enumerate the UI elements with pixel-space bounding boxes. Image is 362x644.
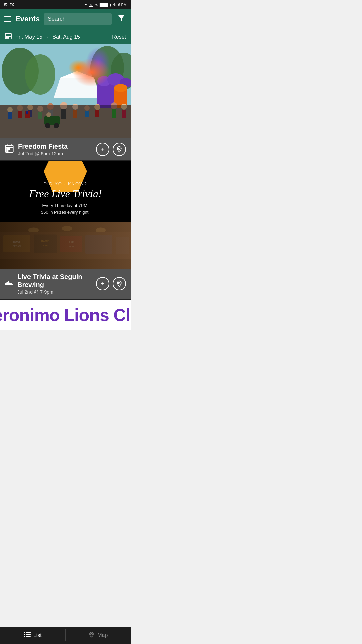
nfc-icon2: N <box>89 3 94 7</box>
event-datetime-freedom-fiesta: Jul 2nd @ 6pm-12am <box>18 151 92 156</box>
svg-rect-41 <box>95 110 99 117</box>
battery-icon: ▮ <box>109 3 111 7</box>
search-box[interactable]: Search <box>44 13 112 25</box>
svg-point-63 <box>62 226 72 231</box>
svg-marker-17 <box>60 71 94 78</box>
svg-rect-6 <box>8 36 9 37</box>
trivia-promo-top: DID YOU KNOW? Free Live Trivia! Every Th… <box>0 161 131 222</box>
event-card-live-trivia: DID YOU KNOW? Free Live Trivia! Every Th… <box>0 161 131 300</box>
event-card-freedom-fiesta: Freedom Fiesta Jul 2nd @ 6pm-12am + <box>0 44 131 161</box>
svg-point-38 <box>84 105 90 111</box>
event-card-footer-trivia: Live Trivia at Seguin Brewing Jul 2nd @ … <box>0 269 131 299</box>
event-info-live-trivia: Live Trivia at Seguin Brewing Jul 2nd @ … <box>17 273 92 295</box>
svg-rect-52 <box>0 105 131 138</box>
shoe-svg-icon <box>5 280 13 286</box>
location-button-freedom-fiesta[interactable] <box>113 143 126 156</box>
signal-icon: ▇▇▇ <box>100 3 108 7</box>
date-range: Fri, May 15 - Sat, Aug 15 <box>15 34 109 40</box>
nfc-icon: FX <box>10 3 14 7</box>
svg-rect-66 <box>3 235 30 252</box>
svg-point-60 <box>119 148 120 150</box>
status-left-icons: 🖼 FX <box>4 3 14 7</box>
svg-point-44 <box>121 104 127 110</box>
svg-point-36 <box>72 104 78 110</box>
event-calendar-icon <box>5 144 14 155</box>
svg-rect-27 <box>18 111 22 118</box>
trivia-sub-text: Every Thursday at 7PM! $60 in Prizes eve… <box>41 202 90 215</box>
svg-rect-33 <box>48 110 53 118</box>
svg-point-12 <box>25 54 55 95</box>
event-actions-freedom-fiesta: + <box>96 143 126 156</box>
svg-marker-16 <box>54 78 101 98</box>
wifi-icon: ∿ <box>95 3 98 7</box>
svg-text:PECAN: PECAN <box>13 245 21 248</box>
svg-marker-0 <box>118 15 124 21</box>
location-button-live-trivia[interactable] <box>113 277 126 290</box>
svg-rect-15 <box>0 105 131 138</box>
date-separator: - <box>46 34 48 40</box>
svg-point-24 <box>7 107 13 112</box>
event-info-freedom-fiesta: Freedom Fiesta Jul 2nd @ 6pm-12am <box>18 142 92 156</box>
event-title-freedom-fiesta: Freedom Fiesta <box>18 142 92 150</box>
svg-point-79 <box>119 282 120 284</box>
reset-button[interactable]: Reset <box>112 34 126 40</box>
svg-rect-35 <box>61 109 66 119</box>
svg-text:BAR: BAR <box>69 241 74 244</box>
svg-rect-18 <box>97 81 127 108</box>
search-placeholder: Search <box>48 16 66 22</box>
status-bar: 🖼 FX ✦ N ∿ ▇▇▇ ▮ 4:16 PM <box>0 0 131 9</box>
svg-point-48 <box>54 123 59 128</box>
svg-rect-43 <box>112 109 116 118</box>
svg-point-21 <box>120 78 131 88</box>
svg-point-49 <box>46 112 51 117</box>
svg-rect-10 <box>0 44 131 138</box>
event-title-live-trivia: Live Trivia at Seguin Brewing <box>17 273 92 289</box>
svg-rect-8 <box>6 37 7 38</box>
svg-point-14 <box>111 53 131 90</box>
status-right-icons: ✦ N ∿ ▇▇▇ ▮ 4:16 PM <box>84 3 127 7</box>
event-image-freedom-fiesta <box>0 44 131 138</box>
date-bar: Fri, May 15 - Sat, Aug 15 Reset <box>0 29 131 44</box>
svg-text:BURT: BURT <box>13 240 20 244</box>
svg-rect-9 <box>8 37 9 38</box>
svg-point-40 <box>94 104 100 110</box>
svg-point-62 <box>28 228 39 233</box>
svg-rect-72 <box>60 236 82 252</box>
photo-icon: 🖼 <box>4 3 8 7</box>
event-datetime-live-trivia: Jul 2nd @ 7-9pm <box>17 289 92 295</box>
event-card-footer: Freedom Fiesta Jul 2nd @ 6pm-12am + <box>0 138 131 160</box>
svg-point-47 <box>45 123 50 128</box>
start-date: Fri, May 15 <box>15 34 42 40</box>
trivia-promo-bottom: BURT PECAN BLACK BYE BAR SIGN <box>0 222 131 269</box>
svg-rect-7 <box>9 36 10 37</box>
svg-point-32 <box>47 103 54 110</box>
svg-point-20 <box>107 73 124 86</box>
svg-point-19 <box>97 76 111 86</box>
svg-point-11 <box>2 48 39 95</box>
svg-rect-59 <box>7 150 8 152</box>
svg-rect-69 <box>34 235 57 253</box>
svg-rect-39 <box>85 111 89 117</box>
svg-rect-46 <box>44 116 60 125</box>
lions-club-preview[interactable]: Geronimo Lions Club <box>0 300 131 330</box>
top-nav: Events Search <box>0 9 131 29</box>
trivia-did-you-know: DID YOU KNOW? <box>43 181 87 186</box>
svg-rect-61 <box>0 222 131 232</box>
bluetooth-icon: ✦ <box>84 3 87 7</box>
svg-rect-78 <box>0 222 131 269</box>
svg-rect-76 <box>116 237 129 254</box>
menu-button[interactable] <box>4 16 11 22</box>
svg-rect-50 <box>25 111 30 118</box>
date-calendar-icon[interactable] <box>5 32 12 41</box>
filter-button[interactable] <box>116 13 127 25</box>
svg-point-30 <box>37 106 43 112</box>
trivia-main-text: Free Live Trivia! <box>29 188 102 200</box>
svg-rect-65 <box>0 232 131 269</box>
svg-point-23 <box>114 84 127 92</box>
svg-point-42 <box>111 102 117 109</box>
time-display: 4:16 PM <box>113 3 127 7</box>
svg-rect-22 <box>114 88 127 108</box>
add-event-button-live-trivia[interactable]: + <box>96 277 109 290</box>
add-event-button-freedom-fiesta[interactable]: + <box>96 143 109 156</box>
svg-text:SIGN: SIGN <box>69 246 74 248</box>
